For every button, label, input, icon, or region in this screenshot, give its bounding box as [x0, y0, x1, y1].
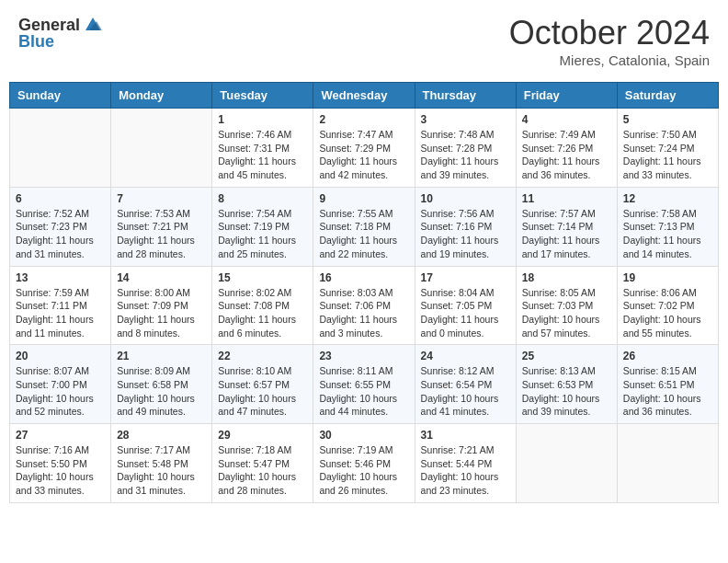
calendar-cell: 10Sunrise: 7:56 AMSunset: 7:16 PMDayligh… — [415, 187, 516, 266]
day-number: 30 — [319, 429, 408, 442]
day-number: 22 — [218, 350, 307, 362]
calendar-cell: 24Sunrise: 8:12 AMSunset: 6:54 PMDayligh… — [415, 345, 516, 424]
calendar-cell: 22Sunrise: 8:10 AMSunset: 6:57 PMDayligh… — [212, 345, 313, 424]
day-number: 29 — [218, 429, 307, 442]
day-number: 25 — [522, 350, 611, 362]
col-header-wednesday: Wednesday — [313, 83, 415, 109]
calendar-cell: 1Sunrise: 7:46 AMSunset: 7:31 PMDaylight… — [212, 109, 313, 188]
calendar-cell — [617, 424, 718, 503]
calendar-cell: 3Sunrise: 7:48 AMSunset: 7:28 PMDaylight… — [415, 109, 516, 188]
day-info: Sunrise: 7:50 AMSunset: 7:24 PMDaylight:… — [623, 128, 712, 182]
day-info: Sunrise: 8:09 AMSunset: 6:58 PMDaylight:… — [117, 364, 206, 419]
logo-blue: Blue — [18, 32, 54, 52]
calendar-cell: 16Sunrise: 8:03 AMSunset: 7:06 PMDayligh… — [313, 266, 415, 345]
day-number: 12 — [623, 192, 712, 205]
day-info: Sunrise: 8:15 AMSunset: 6:51 PMDaylight:… — [623, 364, 712, 419]
day-number: 24 — [421, 350, 510, 362]
day-number: 4 — [522, 113, 611, 126]
day-info: Sunrise: 7:19 AMSunset: 5:46 PMDaylight:… — [319, 443, 408, 498]
calendar-cell: 4Sunrise: 7:49 AMSunset: 7:26 PMDaylight… — [516, 109, 617, 188]
calendar-week-row: 13Sunrise: 7:59 AMSunset: 7:11 PMDayligh… — [10, 266, 719, 345]
day-info: Sunrise: 8:05 AMSunset: 7:03 PMDaylight:… — [522, 286, 611, 340]
day-number: 21 — [117, 350, 206, 362]
col-header-friday: Friday — [516, 83, 617, 109]
day-info: Sunrise: 7:46 AMSunset: 7:31 PMDaylight:… — [218, 128, 307, 182]
location: Mieres, Catalonia, Spain — [509, 52, 710, 68]
day-info: Sunrise: 7:53 AMSunset: 7:21 PMDaylight:… — [117, 207, 206, 261]
day-info: Sunrise: 8:06 AMSunset: 7:02 PMDaylight:… — [623, 286, 712, 340]
day-number: 10 — [421, 192, 510, 205]
day-info: Sunrise: 8:07 AMSunset: 7:00 PMDaylight:… — [16, 364, 105, 419]
day-info: Sunrise: 7:18 AMSunset: 5:47 PMDaylight:… — [218, 443, 307, 498]
logo-icon — [82, 14, 104, 36]
day-info: Sunrise: 8:13 AMSunset: 6:53 PMDaylight:… — [522, 364, 611, 419]
calendar-cell: 2Sunrise: 7:47 AMSunset: 7:29 PMDaylight… — [313, 109, 415, 188]
day-number: 27 — [16, 429, 105, 442]
calendar-cell: 21Sunrise: 8:09 AMSunset: 6:58 PMDayligh… — [111, 345, 212, 424]
day-number: 31 — [421, 429, 510, 442]
col-header-monday: Monday — [111, 83, 212, 109]
day-number: 5 — [623, 113, 712, 126]
calendar-cell: 31Sunrise: 7:21 AMSunset: 5:44 PMDayligh… — [415, 424, 516, 503]
month-title: October 2024 — [509, 14, 710, 52]
day-number: 11 — [522, 192, 611, 205]
day-info: Sunrise: 8:00 AMSunset: 7:09 PMDaylight:… — [117, 286, 206, 340]
calendar-week-row: 27Sunrise: 7:16 AMSunset: 5:50 PMDayligh… — [10, 424, 719, 503]
day-number: 8 — [218, 192, 307, 205]
day-info: Sunrise: 7:56 AMSunset: 7:16 PMDaylight:… — [421, 207, 510, 261]
day-number: 9 — [319, 192, 408, 205]
col-header-sunday: Sunday — [10, 83, 111, 109]
day-number: 1 — [218, 113, 307, 126]
col-header-saturday: Saturday — [617, 83, 718, 109]
day-number: 16 — [319, 271, 408, 284]
day-info: Sunrise: 8:04 AMSunset: 7:05 PMDaylight:… — [421, 286, 510, 340]
calendar-cell: 28Sunrise: 7:17 AMSunset: 5:48 PMDayligh… — [111, 424, 212, 503]
day-info: Sunrise: 7:57 AMSunset: 7:14 PMDaylight:… — [522, 207, 611, 261]
day-number: 19 — [623, 271, 712, 284]
calendar-cell: 14Sunrise: 8:00 AMSunset: 7:09 PMDayligh… — [111, 266, 212, 345]
day-info: Sunrise: 7:52 AMSunset: 7:23 PMDaylight:… — [16, 207, 105, 261]
day-info: Sunrise: 8:03 AMSunset: 7:06 PMDaylight:… — [319, 286, 408, 340]
calendar-table: SundayMondayTuesdayWednesdayThursdayFrid… — [9, 82, 719, 503]
calendar-cell: 5Sunrise: 7:50 AMSunset: 7:24 PMDaylight… — [617, 109, 718, 188]
day-number: 6 — [16, 192, 105, 205]
day-info: Sunrise: 7:16 AMSunset: 5:50 PMDaylight:… — [16, 443, 105, 498]
calendar-cell — [111, 109, 212, 188]
calendar-cell: 27Sunrise: 7:16 AMSunset: 5:50 PMDayligh… — [10, 424, 111, 503]
day-info: Sunrise: 7:48 AMSunset: 7:28 PMDaylight:… — [421, 128, 510, 182]
calendar-cell: 6Sunrise: 7:52 AMSunset: 7:23 PMDaylight… — [10, 187, 111, 266]
day-number: 2 — [319, 113, 408, 126]
day-info: Sunrise: 7:21 AMSunset: 5:44 PMDaylight:… — [421, 443, 510, 498]
day-number: 15 — [218, 271, 307, 284]
calendar-cell: 23Sunrise: 8:11 AMSunset: 6:55 PMDayligh… — [313, 345, 415, 424]
calendar-cell: 17Sunrise: 8:04 AMSunset: 7:05 PMDayligh… — [415, 266, 516, 345]
calendar-week-row: 20Sunrise: 8:07 AMSunset: 7:00 PMDayligh… — [10, 345, 719, 424]
day-number: 7 — [117, 192, 206, 205]
calendar-cell: 13Sunrise: 7:59 AMSunset: 7:11 PMDayligh… — [10, 266, 111, 345]
calendar-cell: 8Sunrise: 7:54 AMSunset: 7:19 PMDaylight… — [212, 187, 313, 266]
calendar-cell: 25Sunrise: 8:13 AMSunset: 6:53 PMDayligh… — [516, 345, 617, 424]
day-info: Sunrise: 8:10 AMSunset: 6:57 PMDaylight:… — [218, 364, 307, 419]
day-info: Sunrise: 7:17 AMSunset: 5:48 PMDaylight:… — [117, 443, 206, 498]
day-number: 23 — [319, 350, 408, 362]
calendar-cell: 30Sunrise: 7:19 AMSunset: 5:46 PMDayligh… — [313, 424, 415, 503]
day-number: 18 — [522, 271, 611, 284]
calendar-cell — [10, 109, 111, 188]
day-info: Sunrise: 8:11 AMSunset: 6:55 PMDaylight:… — [319, 364, 408, 419]
calendar-cell: 19Sunrise: 8:06 AMSunset: 7:02 PMDayligh… — [617, 266, 718, 345]
calendar-cell: 26Sunrise: 8:15 AMSunset: 6:51 PMDayligh… — [617, 345, 718, 424]
day-info: Sunrise: 7:49 AMSunset: 7:26 PMDaylight:… — [522, 128, 611, 182]
col-header-thursday: Thursday — [415, 83, 516, 109]
day-info: Sunrise: 8:12 AMSunset: 6:54 PMDaylight:… — [421, 364, 510, 419]
calendar-header-row: SundayMondayTuesdayWednesdayThursdayFrid… — [10, 83, 719, 109]
day-number: 13 — [16, 271, 105, 284]
calendar-cell: 15Sunrise: 8:02 AMSunset: 7:08 PMDayligh… — [212, 266, 313, 345]
calendar-cell: 9Sunrise: 7:55 AMSunset: 7:18 PMDaylight… — [313, 187, 415, 266]
calendar-cell: 7Sunrise: 7:53 AMSunset: 7:21 PMDaylight… — [111, 187, 212, 266]
logo: General Blue — [18, 14, 104, 52]
calendar-week-row: 1Sunrise: 7:46 AMSunset: 7:31 PMDaylight… — [10, 109, 719, 188]
calendar-cell: 18Sunrise: 8:05 AMSunset: 7:03 PMDayligh… — [516, 266, 617, 345]
day-number: 28 — [117, 429, 206, 442]
day-info: Sunrise: 7:54 AMSunset: 7:19 PMDaylight:… — [218, 207, 307, 261]
day-number: 26 — [623, 350, 712, 362]
